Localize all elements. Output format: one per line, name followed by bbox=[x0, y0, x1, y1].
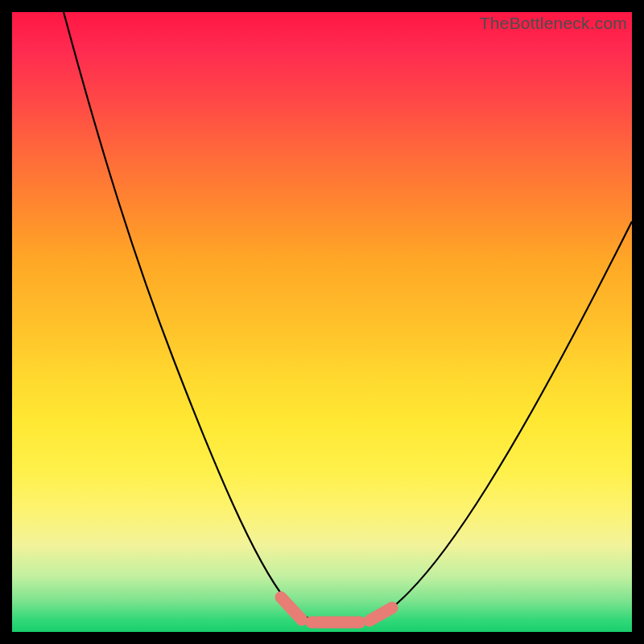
chart-background-gradient bbox=[12, 12, 632, 632]
watermark-text: TheBottleneck.com bbox=[480, 14, 627, 33]
chart-frame: TheBottleneck.com bbox=[12, 12, 632, 632]
